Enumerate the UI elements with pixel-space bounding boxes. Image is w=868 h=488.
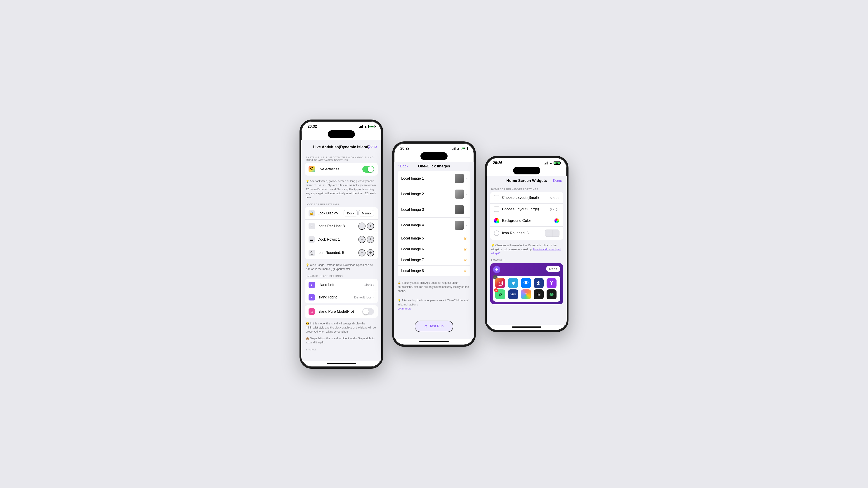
island-right-chevron: › (373, 295, 374, 299)
wifi-icon-3: ▲ (549, 161, 553, 165)
scroll-2[interactable]: Local Image 1 › Local Image 2 › Local Im… (394, 171, 474, 339)
pure-mode-info-1: 😎 In this mode, the island will always d… (301, 320, 381, 335)
svg-point-11 (539, 294, 540, 295)
svg-point-1 (499, 282, 501, 284)
choose-small-row[interactable]: Choose Layout (Small) 5 × 2 › (490, 192, 563, 203)
done-button-3[interactable]: Done (553, 178, 562, 183)
widgets-settings-card: Choose Layout (Small) 5 × 2 › Choose Lay… (490, 192, 563, 240)
screen-2: ‹ Back One-Click Images Local Image 1 › … (394, 162, 474, 339)
dock-rows-label: Dock Rows: 1 (318, 237, 358, 241)
image-row-4[interactable]: Local Image 4 › (398, 218, 470, 233)
crown-icon-7: ♛ (464, 258, 467, 262)
icon-rounded-label-1: Icon Rounded: 5 (318, 251, 358, 255)
time-1: 20:32 (308, 125, 317, 129)
scroll-3[interactable]: HOME SCREEN WIDGETS SETTINGS Choose Layo… (487, 185, 567, 325)
image-row-5[interactable]: Local Image 5 ♛ (398, 233, 470, 244)
dynamic-island-2 (421, 152, 447, 160)
image-row-3[interactable]: Local Image 3 › (398, 202, 470, 218)
image-row-2[interactable]: Local Image 2 › (398, 186, 470, 202)
choose-large-row[interactable]: Choose Layout (Large) 5 × 5 › (490, 203, 563, 215)
color-picker-preview[interactable] (554, 218, 559, 223)
image-row-6[interactable]: Local Image 6 ♛ (398, 244, 470, 255)
status-bar-3: 20:26 ▲ 96 (487, 158, 567, 167)
widget-done-button[interactable]: Done (546, 266, 560, 272)
widgets-section-label: HOME SCREEN WIDGETS SETTINGS (487, 185, 567, 192)
dynamic-island-3 (513, 167, 540, 174)
dock-button[interactable]: Dock (344, 210, 358, 217)
app-voice[interactable] (547, 289, 557, 299)
app-instagram[interactable] (495, 278, 505, 288)
battery-3: 96 (554, 161, 560, 165)
memo-button[interactable]: Memo (359, 210, 374, 217)
rounded-minus-3[interactable]: − (545, 230, 552, 237)
icons-per-line-row: ⠿ Icons Per Line: 8 − + (305, 220, 378, 233)
sample-label-1: SAMPLE (301, 346, 381, 352)
pure-mode-label: Island Pure Mode(Pro) (318, 310, 362, 314)
app-calc[interactable]: ÷× (534, 289, 544, 299)
widget-add-button[interactable]: + (493, 266, 500, 273)
done-button-1[interactable]: Done (368, 144, 377, 149)
app-photos[interactable] (521, 289, 531, 299)
test-run-icon: ⚙ (424, 324, 428, 328)
icons-stepper: − + (358, 223, 374, 230)
battery-label-1: 95 (370, 125, 373, 128)
icons-plus[interactable]: + (367, 223, 374, 230)
home-indicator-2 (419, 341, 449, 342)
icons-minus[interactable]: − (358, 223, 366, 230)
nav-2: ‹ Back One-Click Images (394, 162, 474, 171)
island-left-label: Island Left (318, 283, 364, 287)
app-telegram[interactable] (508, 278, 518, 288)
dock-plus[interactable]: + (367, 236, 374, 243)
back-button[interactable]: ‹ Back (398, 164, 408, 168)
dock-rows-row: ▬ Dock Rows: 1 − + (305, 233, 378, 246)
image-row-1[interactable]: Local Image 1 › (398, 171, 470, 186)
image-label-8: Local Image 8 (401, 269, 464, 273)
island-right-row[interactable]: ● Island Right Default Icon › (305, 291, 378, 303)
battery-label-3: 96 (556, 162, 558, 164)
phone-1: 20:32 ▲ 95 Live Activities(Dynamic Islan… (300, 120, 383, 369)
choose-large-chevron: › (558, 207, 559, 211)
island-left-value: Clock (364, 283, 372, 287)
svg-point-9 (538, 294, 538, 295)
dock-minus[interactable]: − (358, 236, 366, 243)
lock-screen-card: 🔒 Lock Display Dock Memo ⠿ Icons Per Lin… (305, 207, 378, 259)
signal-icon-3 (545, 162, 548, 164)
pure-toggle-knob (363, 308, 369, 315)
crown-icon-6: ♛ (464, 247, 467, 252)
rounded-icon-3 (494, 230, 499, 236)
image-row-8[interactable]: Local Image 8 ♛ (398, 266, 470, 276)
image-thumb-3 (455, 205, 464, 214)
scroll-1[interactable]: SYSTEM RULE: LIVE ACTIVITIES & DYNAMIC I… (301, 153, 381, 361)
back-label[interactable]: Back (400, 164, 408, 168)
app-bluetooth[interactable] (534, 278, 544, 288)
bg-color-row[interactable]: Background Color (490, 215, 563, 227)
island-right-icon: ● (309, 294, 315, 300)
after-note: 💡 After setting the image, please select… (394, 296, 474, 313)
screen-1: Live Activities(Dynamic Island) Done SYS… (301, 140, 381, 361)
live-activities-toggle[interactable] (362, 166, 374, 173)
image-row-7[interactable]: Local Image 7 ♛ (398, 255, 470, 266)
rounded-plus-3[interactable]: + (552, 230, 559, 237)
crown-icon-5: ♛ (464, 236, 467, 240)
status-right-1: ▲ 95 (359, 125, 375, 128)
widget-inner: © − VPN ÷× (493, 276, 560, 302)
learn-more-link[interactable]: Learn more (398, 307, 411, 310)
live-activities-label: Live Activities (318, 167, 362, 171)
app-vpn[interactable]: VPN (508, 289, 518, 299)
pure-mode-toggle[interactable] (362, 308, 374, 315)
battery-label-2: 56 (463, 147, 465, 150)
example-label: EXAMPLE (487, 256, 567, 263)
app-wifi[interactable] (521, 278, 531, 288)
rounded-plus-1[interactable]: + (367, 249, 374, 256)
lock-display-row: 🔒 Lock Display Dock Memo (305, 207, 378, 220)
crown-icon-8: ♛ (464, 269, 467, 273)
rounded-minus-1[interactable]: − (358, 249, 366, 256)
test-run-button[interactable]: ⚙ Test Run (415, 321, 453, 332)
image-thumb-2 (455, 190, 464, 199)
home-indicator-1 (327, 363, 356, 364)
image-label-4: Local Image 4 (401, 223, 455, 227)
island-left-row[interactable]: ● Island Left Clock › (305, 279, 378, 291)
app-copy[interactable]: © − (495, 289, 505, 299)
cpu-note: 💡 CPU Usage, Refresh Rate, Download Spee… (301, 261, 381, 272)
app-podcast[interactable] (547, 278, 557, 288)
